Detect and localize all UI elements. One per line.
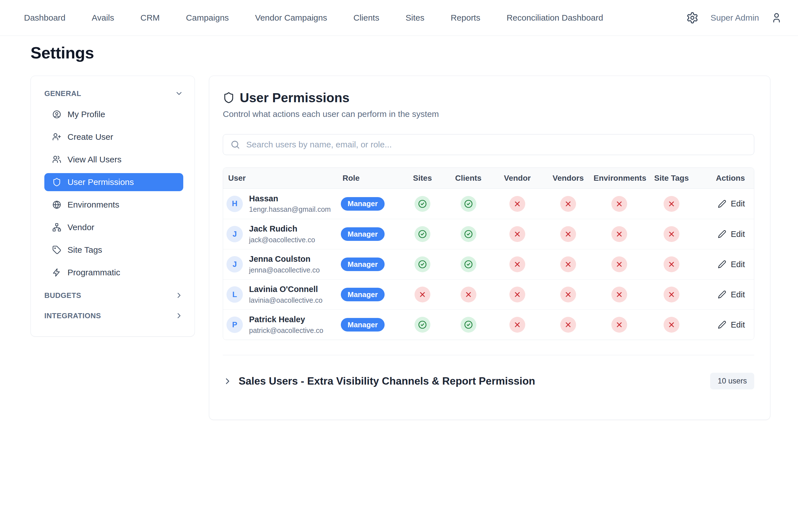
user-cell: H Hassan 1engr.hassan@gmail.com	[223, 194, 341, 213]
granted-icon	[460, 317, 476, 332]
edit-label: Edit	[731, 230, 745, 239]
nav-right-cluster: Super Admin	[686, 12, 782, 24]
nav-item-reports[interactable]: Reports	[451, 13, 480, 23]
role-cell: Manager	[341, 288, 400, 301]
nav-item-sites[interactable]: Sites	[405, 13, 424, 23]
edit-label: Edit	[731, 320, 745, 329]
denied-icon	[664, 287, 679, 302]
search-input[interactable]	[246, 139, 747, 150]
actions-cell: Edit	[698, 260, 754, 269]
edit-button[interactable]: Edit	[716, 229, 747, 239]
chevron-down-icon	[175, 89, 183, 98]
settings-layout: GENERAL My Profile Crea	[0, 76, 798, 420]
column-header-site-tags: Site Tags	[645, 174, 698, 183]
actions-cell: Edit	[698, 199, 754, 209]
zap-icon	[52, 268, 61, 277]
sidebar-item-my-profile[interactable]: My Profile	[44, 105, 183, 124]
sidebar-item-vendor[interactable]: Vendor	[44, 218, 183, 236]
permission-cell-site-tags	[645, 226, 698, 242]
column-header-sites: Sites	[400, 174, 445, 183]
user-count-badge: 10 users	[710, 373, 754, 390]
edit-button[interactable]: Edit	[716, 199, 747, 209]
table-body: H Hassan 1engr.hassan@gmail.com Manager	[223, 189, 754, 340]
sidebar-item-environments[interactable]: Environments	[44, 196, 183, 214]
sidebar-section-label: GENERAL	[44, 89, 81, 98]
actions-cell: Edit	[698, 290, 754, 300]
settings-gear-icon[interactable]	[686, 12, 699, 24]
granted-icon	[460, 226, 476, 242]
sidebar-section-label: INTEGRATIONS	[44, 311, 101, 320]
nav-item-clients[interactable]: Clients	[354, 13, 380, 23]
nav-item-vendor-campaigns[interactable]: Vendor Campaigns	[255, 13, 327, 23]
granted-icon	[415, 226, 430, 242]
sidebar-section-label: BUDGETS	[44, 291, 81, 300]
table-header-row: User Role Sites Clients Vendor Vendors E…	[223, 168, 754, 189]
permission-cell-environments	[593, 256, 645, 272]
role-badge: Manager	[341, 227, 385, 241]
table-row: P Patrick Healey patrick@oacollective.co…	[223, 309, 754, 340]
column-header-vendor: Vendor	[492, 174, 543, 183]
user-cell: J Jack Rudich jack@oacollective.co	[223, 224, 341, 244]
nav-item-avails[interactable]: Avails	[92, 13, 114, 23]
nav-item-campaigns[interactable]: Campaigns	[186, 13, 229, 23]
granted-icon	[415, 196, 430, 212]
permission-cell-clients	[445, 196, 492, 212]
edit-button[interactable]: Edit	[716, 320, 747, 330]
sidebar-item-site-tags[interactable]: Site Tags	[44, 241, 183, 259]
permission-cell-clients	[445, 256, 492, 272]
shield-icon	[52, 177, 61, 187]
user-circle-icon	[52, 110, 61, 119]
permission-cell-vendors	[543, 226, 593, 242]
user-name: Jenna Coulston	[249, 254, 320, 264]
denied-icon	[611, 317, 627, 332]
edit-button[interactable]: Edit	[716, 260, 747, 269]
edit-button[interactable]: Edit	[716, 290, 747, 300]
sidebar-item-view-all-users[interactable]: View All Users	[44, 151, 183, 169]
nav-item-crm[interactable]: CRM	[140, 13, 159, 23]
granted-icon	[460, 256, 476, 272]
user-name: Hassan	[249, 194, 331, 203]
user-email: jack@oacollective.co	[249, 236, 315, 244]
sidebar-section-general[interactable]: GENERAL	[44, 86, 183, 101]
user-profile-icon[interactable]	[771, 12, 782, 23]
nav-item-reconciliation-dashboard[interactable]: Reconciliation Dashboard	[507, 13, 603, 23]
sidebar-section-integrations[interactable]: INTEGRATIONS	[44, 307, 183, 324]
permission-cell-vendor	[492, 287, 543, 302]
chevron-right-icon	[175, 311, 183, 320]
nav-item-dashboard[interactable]: Dashboard	[24, 13, 65, 23]
denied-icon	[664, 196, 679, 212]
permission-cell-environments	[593, 196, 645, 212]
actions-cell: Edit	[698, 320, 754, 330]
denied-icon	[509, 256, 525, 272]
granted-icon	[460, 196, 476, 212]
permission-cell-sites	[400, 317, 445, 332]
avatar: J	[226, 256, 243, 272]
permission-cell-vendor	[492, 226, 543, 242]
sidebar-section-budgets[interactable]: BUDGETS	[44, 287, 183, 304]
denied-icon	[560, 226, 576, 242]
permission-cell-vendor	[492, 256, 543, 272]
permissions-table: User Role Sites Clients Vendor Vendors E…	[223, 168, 754, 340]
role-badge: Manager	[341, 197, 385, 211]
user-cell: L Lavinia O'Connell lavinia@oacollective…	[223, 285, 341, 304]
permission-cell-sites	[400, 256, 445, 272]
permission-cell-sites	[400, 226, 445, 242]
search-box	[223, 134, 754, 155]
top-nav: Dashboard Avails CRM Campaigns Vendor Ca…	[0, 0, 798, 36]
sidebar-item-programmatic[interactable]: Programmatic	[44, 264, 183, 282]
sidebar-item-user-permissions[interactable]: User Permissions	[44, 173, 183, 191]
user-name: Lavinia O'Connell	[249, 285, 322, 294]
permission-cell-vendors	[543, 256, 593, 272]
denied-icon	[664, 317, 679, 332]
role-cell: Manager	[341, 258, 400, 271]
actions-cell: Edit	[698, 229, 754, 239]
column-header-user: User	[223, 174, 341, 183]
role-cell: Manager	[341, 318, 400, 331]
permission-cell-clients	[445, 317, 492, 332]
sidebar-general-items: My Profile Create User View All Users	[44, 103, 183, 284]
pencil-icon	[718, 321, 726, 329]
denied-icon	[611, 256, 627, 272]
sidebar-item-create-user[interactable]: Create User	[44, 128, 183, 146]
sales-users-group-header[interactable]: Sales Users - Extra Visibility Channels …	[223, 373, 754, 390]
sidebar-item-label: User Permissions	[68, 177, 134, 187]
